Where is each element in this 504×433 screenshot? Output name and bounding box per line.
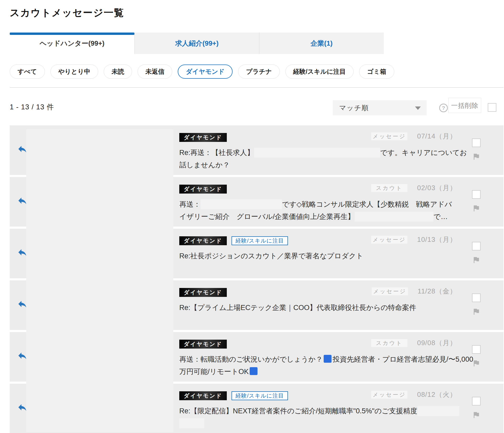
- message-meta: メッセージ10/13（月）: [371, 235, 457, 244]
- attention-badge: 経験/スキルに注目: [232, 391, 288, 400]
- subject-line: Re:再送：【社長求人】です。キャリアについてお: [179, 147, 425, 159]
- message-date: 08/12（火）: [417, 390, 457, 399]
- row-checkbox[interactable]: [472, 242, 481, 250]
- filter-chip-in-progress[interactable]: やりとり中: [50, 65, 98, 79]
- active-tab-indicator: [10, 33, 134, 35]
- page-title: スカウトメッセージ一覧: [10, 0, 503, 19]
- subject-text: Re:【限定配信】NEXT経営者案件のご紹介/短期離職率"0.5%"のご支援精度: [179, 407, 417, 415]
- message-subject: Re:【プライム上場ECテック企業｜COO】代表取締役社長からの特命案件: [179, 302, 425, 314]
- list-toolbar: 1 - 13 / 13 件 マッチ順 ? 一括削除: [10, 90, 503, 125]
- diamond-badge: ダイヤモンド: [179, 236, 227, 245]
- message-subject: Re:再送：【社長求人】です。キャリアについてお話しませんか？: [179, 147, 425, 171]
- message-subject: Re:社長ポジションのスカウト／業界で著名なプロダクト: [179, 250, 425, 262]
- message-type-badge: メッセージ: [372, 287, 408, 295]
- diamond-badge: ダイヤモンド: [179, 340, 227, 349]
- row-controls: [471, 138, 481, 161]
- subject-line: Re:【限定配信】NEXT経営者案件のご紹介/短期離職率"0.5%"のご支援精度: [179, 405, 425, 417]
- subject-text: Re:再送：【社長求人】: [179, 149, 254, 157]
- row-controls: [471, 397, 481, 419]
- flag-icon[interactable]: [472, 411, 480, 419]
- message-meta: スカウト02/03（月）: [371, 183, 457, 193]
- blue-square-emoji: [250, 367, 258, 375]
- diamond-badge: ダイヤモンド: [179, 185, 227, 194]
- blue-square-emoji: [324, 355, 332, 363]
- tab-headhunter[interactable]: ヘッドハンター(99+): [10, 33, 134, 54]
- message-type-badge: メッセージ: [371, 236, 407, 244]
- subject-line: 万円可能/リモートOK: [179, 366, 425, 378]
- scout-message-page: スカウトメッセージ一覧 ヘッドハンター(99+)求人紹介(99+)企業(1) す…: [10, 0, 503, 433]
- subject-line: Re:社長ポジションのスカウト／業界で著名なプロダクト: [179, 250, 425, 262]
- sort-selected-value: マッチ順: [339, 103, 369, 113]
- row-checkbox[interactable]: [472, 345, 481, 354]
- filter-chip-all[interactable]: すべて: [10, 65, 45, 79]
- redacted-text-block: [254, 148, 380, 158]
- sender-redaction-block: [26, 129, 173, 432]
- tab-label: ヘッドハンター(99+): [40, 39, 104, 48]
- tab-company[interactable]: 企業(1): [259, 33, 384, 54]
- subject-line: イザリーご紹介 グローバル/企業価値向上/企業再生】で…: [179, 211, 425, 223]
- message-meta: メッセージ08/12（火）: [371, 390, 457, 399]
- subject-text: Re:【プライム上場ECテック企業｜COO】代表取締役社長からの特命案件: [179, 304, 416, 312]
- sort-select[interactable]: マッチ順: [333, 100, 427, 115]
- row-controls: [471, 293, 481, 316]
- row-controls: [471, 190, 481, 212]
- flag-icon[interactable]: [472, 307, 480, 316]
- redacted-text-block: [201, 199, 282, 209]
- redacted-text-block: [355, 212, 433, 222]
- diamond-badge: ダイヤモンド: [179, 133, 227, 142]
- filter-chip-unreplied[interactable]: 未返信: [138, 65, 172, 79]
- flag-icon[interactable]: [472, 152, 480, 161]
- attention-badge: 経験/スキルに注目: [232, 236, 288, 245]
- row-controls: [471, 242, 481, 264]
- result-count: 1 - 13 / 13 件: [10, 102, 54, 112]
- divider: [10, 87, 503, 88]
- message-date: 11/28（金）: [418, 287, 457, 296]
- help-icon[interactable]: ?: [439, 104, 448, 112]
- subject-text: 万円可能/リモートOK: [179, 368, 249, 376]
- bulk-delete-button[interactable]: 一括削除: [448, 98, 481, 113]
- subject-text: です◇戦略コンサル限定求人【少数精鋭 戦略アドバ: [282, 200, 452, 208]
- message-date: 10/13（月）: [417, 235, 457, 244]
- filter-chip-trash[interactable]: ゴミ箱: [359, 65, 394, 79]
- filter-chip-unread[interactable]: 未読: [104, 65, 132, 79]
- filter-chip-diamond[interactable]: ダイヤモンド: [178, 65, 233, 79]
- subject-text: イザリーご紹介 グローバル/企業価値向上/企業再生】: [179, 213, 355, 221]
- subject-line: 再送：です◇戦略コンサル限定求人【少数精鋭 戦略アドバ: [179, 198, 425, 211]
- message-type-badge: スカウト: [371, 339, 407, 347]
- message-subject: Re:【限定配信】NEXT経営者案件のご紹介/短期離職率"0.5%"のご支援精度: [179, 405, 425, 430]
- message-type-badge: スカウト: [371, 184, 407, 192]
- row-checkbox[interactable]: [472, 293, 481, 302]
- message-date: 07/14（月）: [417, 132, 457, 141]
- subject-text: で…: [433, 213, 448, 221]
- flag-icon[interactable]: [472, 359, 480, 367]
- select-all-checkbox[interactable]: [488, 103, 496, 112]
- subject-line: Re:【プライム上場ECテック企業｜COO】代表取締役社長からの特命案件: [179, 302, 425, 314]
- message-meta: スカウト09/08（月）: [371, 338, 457, 348]
- subject-text: 再送：転職活動のご状況いかがでしょうか？: [179, 355, 323, 363]
- tab-label: 求人紹介(99+): [175, 39, 218, 48]
- redacted-text-block: [417, 406, 459, 416]
- subject-line: [179, 417, 425, 430]
- flag-icon[interactable]: [472, 256, 480, 264]
- message-list: ダイヤモンドRe:再送：【社長求人】です。キャリアについてお話しませんか？メッセ…: [10, 125, 503, 433]
- row-checkbox[interactable]: [472, 190, 481, 199]
- message-meta: メッセージ07/14（月）: [371, 132, 457, 141]
- tab-job-intro[interactable]: 求人紹介(99+): [134, 33, 259, 54]
- message-date: 09/08（月）: [417, 338, 457, 348]
- redacted-text-block: [179, 418, 204, 428]
- row-controls: [471, 345, 481, 367]
- filter-chips: すべてやりとり中未読未返信ダイヤモンドプラチナ経験/スキルに注目ゴミ箱: [10, 65, 503, 79]
- subject-line: 再送：転職活動のご状況いかがでしょうか？投資先経営者・プロ経営者志望必見/〜5,…: [179, 353, 425, 366]
- filter-chip-platinum[interactable]: プラチナ: [238, 65, 280, 79]
- filter-chip-attention[interactable]: 経験/スキルに注目: [285, 65, 354, 79]
- diamond-badge: ダイヤモンド: [179, 288, 227, 297]
- row-checkbox[interactable]: [472, 397, 481, 405]
- tabs: ヘッドハンター(99+)求人紹介(99+)企業(1): [10, 33, 384, 54]
- message-subject: 再送：転職活動のご状況いかがでしょうか？投資先経営者・プロ経営者志望必見/〜5,…: [179, 353, 425, 378]
- row-checkbox[interactable]: [472, 138, 481, 147]
- message-subject: 再送：です◇戦略コンサル限定求人【少数精鋭 戦略アドバイザリーご紹介 グローバル…: [179, 198, 425, 223]
- chevron-down-icon: [415, 106, 421, 110]
- subject-text: です。キャリアについてお: [380, 149, 467, 157]
- flag-icon[interactable]: [472, 204, 480, 212]
- message-date: 02/03（月）: [417, 183, 457, 193]
